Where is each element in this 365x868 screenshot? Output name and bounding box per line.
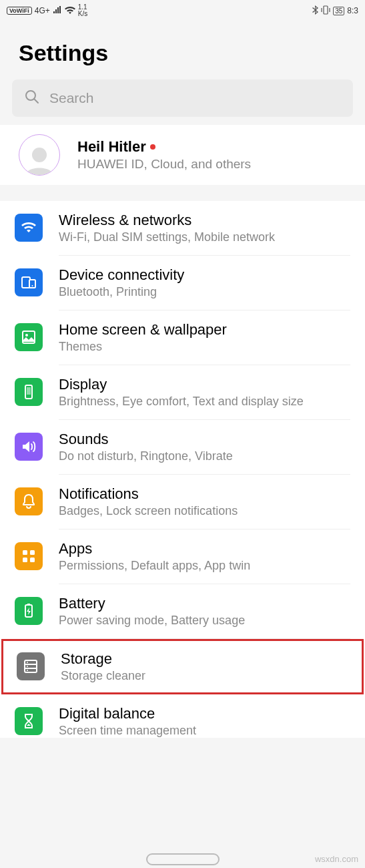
item-title: Storage bbox=[61, 650, 348, 668]
svg-rect-12 bbox=[23, 558, 27, 562]
image-icon bbox=[15, 323, 43, 351]
item-title: Device connectivity bbox=[59, 266, 350, 284]
item-title: Home screen & wallpaper bbox=[59, 321, 350, 339]
hourglass-icon bbox=[15, 707, 43, 735]
settings-item-digital-balance[interactable]: Digital balance Screen time management bbox=[0, 694, 365, 738]
wifi-icon bbox=[65, 6, 75, 16]
svg-point-2 bbox=[32, 148, 47, 162]
vowifi-badge: VoWiFi bbox=[7, 7, 32, 15]
item-title: Notifications bbox=[59, 485, 350, 503]
item-subtitle: Storage cleaner bbox=[61, 669, 348, 683]
phone-icon bbox=[15, 378, 43, 406]
svg-point-19 bbox=[27, 670, 28, 671]
item-title: Display bbox=[59, 376, 350, 393]
nav-pill[interactable] bbox=[146, 853, 220, 865]
search-placeholder: Search bbox=[49, 90, 94, 106]
item-subtitle: Badges, Lock screen notifications bbox=[59, 504, 350, 518]
svg-point-5 bbox=[32, 285, 33, 286]
apps-icon bbox=[15, 542, 43, 570]
settings-item-storage[interactable]: Storage Storage cleaner bbox=[1, 639, 364, 694]
item-title: Digital balance bbox=[59, 705, 350, 722]
item-subtitle: Permissions, Default apps, App twin bbox=[59, 559, 350, 573]
svg-rect-10 bbox=[23, 550, 27, 555]
network-speed: 1.1K/s bbox=[78, 4, 87, 17]
account-name: Heil Hitler bbox=[77, 138, 251, 156]
settings-item-sounds[interactable]: Sounds Do not disturb, Ringtone, Vibrate bbox=[0, 420, 365, 475]
storage-icon bbox=[17, 652, 45, 680]
item-subtitle: Power saving mode, Battery usage bbox=[59, 614, 350, 628]
settings-item-battery[interactable]: Battery Power saving mode, Battery usage bbox=[0, 584, 365, 639]
search-input[interactable]: Search bbox=[12, 79, 353, 117]
avatar bbox=[19, 134, 60, 176]
svg-point-17 bbox=[27, 662, 28, 663]
item-subtitle: Brightness, Eye comfort, Text and displa… bbox=[59, 395, 350, 409]
svg-rect-0 bbox=[324, 6, 328, 14]
watermark: wsxdn.com bbox=[315, 854, 358, 864]
svg-rect-15 bbox=[27, 604, 30, 605]
status-bar: VoWiFi 4G+ 1.1K/s 35 8:3 bbox=[0, 0, 365, 21]
battery-level: 35 bbox=[333, 7, 344, 15]
settings-item-device-connectivity[interactable]: Device connectivity Bluetooth, Printing bbox=[0, 256, 365, 310]
battery-icon bbox=[15, 597, 43, 625]
svg-point-18 bbox=[27, 666, 28, 667]
account-card[interactable]: Heil Hitler HUAWEI ID, Cloud, and others bbox=[0, 125, 365, 185]
settings-item-apps[interactable]: Apps Permissions, Default apps, App twin bbox=[0, 529, 365, 584]
item-subtitle: Themes bbox=[59, 340, 350, 354]
bluetooth-icon bbox=[312, 5, 318, 17]
svg-rect-13 bbox=[30, 558, 35, 562]
page-header: Settings bbox=[0, 21, 365, 79]
item-subtitle: Do not disturb, Ringtone, Vibrate bbox=[59, 449, 350, 463]
svg-rect-11 bbox=[30, 550, 35, 555]
item-subtitle: Bluetooth, Printing bbox=[59, 285, 350, 299]
settings-list: Wireless & networks Wi-Fi, Dual SIM sett… bbox=[0, 201, 365, 738]
wifi-icon bbox=[15, 214, 43, 242]
settings-item-display[interactable]: Display Brightness, Eye comfort, Text an… bbox=[0, 365, 365, 420]
svg-rect-4 bbox=[29, 280, 35, 288]
item-title: Wireless & networks bbox=[59, 212, 350, 229]
network-type: 4G+ bbox=[35, 6, 50, 15]
item-title: Sounds bbox=[59, 431, 350, 448]
devices-icon bbox=[15, 268, 43, 296]
sound-icon bbox=[15, 433, 43, 461]
item-subtitle: Wi-Fi, Dual SIM settings, Mobile network bbox=[59, 230, 350, 244]
status-left: VoWiFi 4G+ 1.1K/s bbox=[7, 4, 87, 17]
bell-icon bbox=[15, 487, 43, 515]
account-subtitle: HUAWEI ID, Cloud, and others bbox=[77, 157, 251, 172]
svg-rect-9 bbox=[27, 387, 31, 395]
vibrate-icon bbox=[321, 5, 330, 17]
status-right: 35 8:3 bbox=[312, 5, 358, 17]
clock-time: 8:3 bbox=[347, 6, 358, 15]
signal-icon bbox=[53, 6, 62, 16]
svg-point-7 bbox=[25, 334, 28, 337]
notification-dot-icon bbox=[150, 144, 155, 150]
page-title: Settings bbox=[19, 40, 346, 66]
item-title: Apps bbox=[59, 540, 350, 558]
search-icon bbox=[24, 89, 40, 107]
svg-rect-16 bbox=[25, 660, 37, 672]
item-subtitle: Screen time management bbox=[59, 724, 350, 738]
settings-item-wireless-networks[interactable]: Wireless & networks Wi-Fi, Dual SIM sett… bbox=[0, 201, 365, 256]
item-title: Battery bbox=[59, 595, 350, 612]
settings-item-home-screen-wallpaper[interactable]: Home screen & wallpaper Themes bbox=[0, 310, 365, 365]
settings-item-notifications[interactable]: Notifications Badges, Lock screen notifi… bbox=[0, 475, 365, 529]
